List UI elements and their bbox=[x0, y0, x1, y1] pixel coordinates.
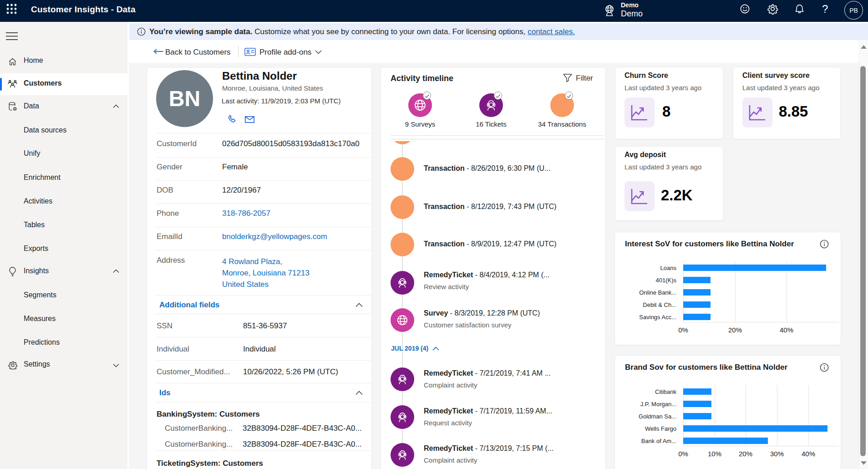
svg-text:Savings Acc...: Savings Acc... bbox=[639, 314, 676, 321]
svg-text:40%: 40% bbox=[780, 326, 793, 334]
svg-text:Online Bank...: Online Bank... bbox=[639, 289, 676, 296]
svg-text:20%: 20% bbox=[728, 326, 742, 334]
svg-text:20%: 20% bbox=[739, 450, 752, 458]
svg-text:30%: 30% bbox=[770, 450, 784, 458]
svg-text:Loans: Loans bbox=[660, 265, 677, 271]
svg-text:0%: 0% bbox=[678, 326, 688, 334]
svg-text:J.P. Morgan...: J.P. Morgan... bbox=[640, 401, 676, 408]
svg-text:10%: 10% bbox=[708, 450, 721, 458]
svg-text:Wells Fargo: Wells Fargo bbox=[645, 425, 676, 432]
svg-text:Citibank: Citibank bbox=[655, 388, 676, 395]
svg-text:401(K)s: 401(K)s bbox=[655, 277, 676, 284]
svg-text:0%: 0% bbox=[678, 450, 688, 458]
svg-text:Goldman Sa...: Goldman Sa... bbox=[639, 413, 676, 420]
svg-text:Debit & Ch...: Debit & Ch... bbox=[643, 301, 676, 308]
svg-text:40%: 40% bbox=[802, 450, 815, 458]
svg-text:Bank of Am...: Bank of Am... bbox=[641, 438, 676, 444]
